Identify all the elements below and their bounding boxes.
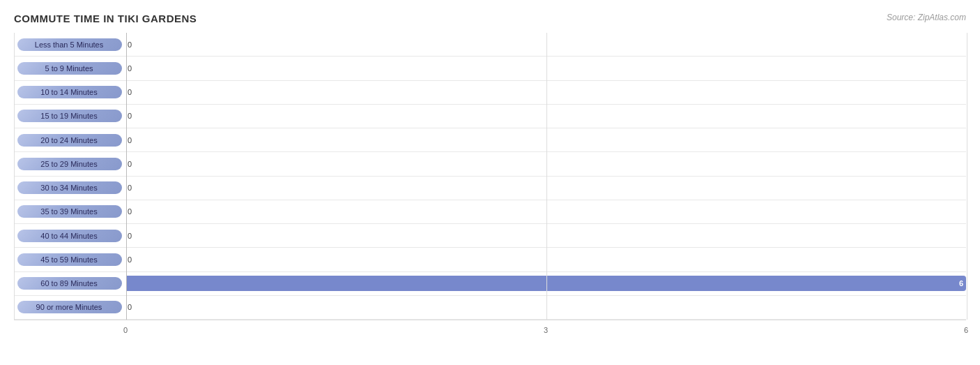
chart-row: 15 to 19 Minutes0 bbox=[15, 105, 966, 128]
bar-value: 0 bbox=[128, 184, 132, 192]
chart-row: 10 to 14 Minutes0 bbox=[15, 81, 966, 105]
chart-row: 30 to 34 Minutes0 bbox=[15, 177, 966, 200]
bar-value: 0 bbox=[128, 112, 132, 120]
bar-value: 0 bbox=[128, 303, 132, 311]
chart-row: 5 to 9 Minutes0 bbox=[15, 57, 966, 80]
bar-value: 0 bbox=[128, 160, 132, 168]
bars-area: Less than 5 Minutes05 to 9 Minutes010 to… bbox=[14, 33, 966, 320]
row-label: 5 to 9 Minutes bbox=[17, 62, 122, 75]
chart-row: 25 to 29 Minutes0 bbox=[15, 152, 966, 176]
row-label: 25 to 29 Minutes bbox=[17, 158, 122, 170]
chart-row: 35 to 39 Minutes0 bbox=[15, 200, 966, 224]
bar-value: 6 bbox=[959, 279, 963, 288]
grid-line bbox=[126, 33, 127, 320]
chart-source: Source: ZipAtlas.com bbox=[887, 13, 966, 22]
chart-row: 60 to 89 Minutes6 bbox=[15, 272, 966, 296]
chart-body: Less than 5 Minutes05 to 9 Minutes010 to… bbox=[14, 33, 966, 337]
chart-row: 45 to 59 Minutes0 bbox=[15, 248, 966, 271]
row-label: 20 to 24 Minutes bbox=[17, 134, 122, 147]
grid-line bbox=[967, 33, 967, 320]
chart-title: COMMUTE TIME IN TIKI GARDENS bbox=[14, 13, 197, 24]
x-axis-tick: 0 bbox=[123, 326, 128, 334]
chart-row: Less than 5 Minutes0 bbox=[15, 33, 966, 57]
x-axis: 036 bbox=[14, 323, 966, 337]
bar-value: 0 bbox=[128, 88, 132, 96]
chart-row: 40 to 44 Minutes0 bbox=[15, 224, 966, 248]
bar-value: 0 bbox=[128, 136, 132, 144]
chart-container: COMMUTE TIME IN TIKI GARDENS Source: Zip… bbox=[0, 0, 980, 365]
x-axis-tick: 3 bbox=[544, 326, 548, 334]
bar-value: 0 bbox=[128, 232, 132, 240]
grid-line bbox=[546, 33, 547, 320]
row-label: 90 or more Minutes bbox=[17, 301, 122, 313]
chart-header: COMMUTE TIME IN TIKI GARDENS Source: Zip… bbox=[14, 13, 966, 24]
bar-value: 0 bbox=[128, 255, 132, 264]
chart-row: 20 to 24 Minutes0 bbox=[15, 128, 966, 152]
row-label: 40 to 44 Minutes bbox=[17, 230, 122, 242]
bar-value: 0 bbox=[128, 64, 132, 73]
row-label: 60 to 89 Minutes bbox=[17, 277, 122, 290]
bar-value: 0 bbox=[128, 40, 132, 49]
x-axis-tick: 6 bbox=[964, 326, 968, 334]
row-label: 10 to 14 Minutes bbox=[17, 86, 122, 98]
row-label: 35 to 39 Minutes bbox=[17, 205, 122, 218]
row-label: 45 to 59 Minutes bbox=[17, 253, 122, 266]
row-label: 15 to 19 Minutes bbox=[17, 110, 122, 122]
bar-value: 0 bbox=[128, 207, 132, 216]
row-label: 30 to 34 Minutes bbox=[17, 181, 122, 194]
chart-row: 90 or more Minutes0 bbox=[15, 296, 966, 320]
row-label: Less than 5 Minutes bbox=[17, 38, 122, 51]
